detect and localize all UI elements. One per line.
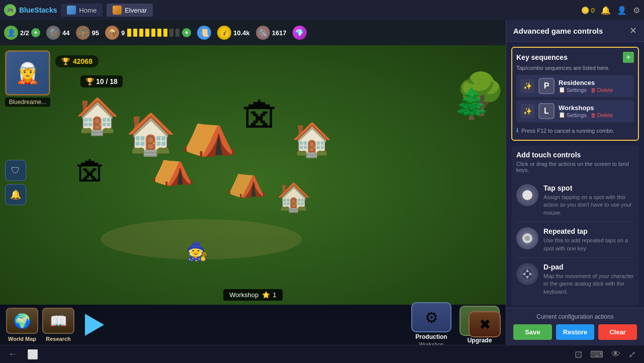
building-8[interactable]: ⛺ [226,161,267,199]
tab-home[interactable]: Home [61,4,103,17]
dpad-desc: Map the movement of your character or th… [543,273,634,296]
building-1[interactable]: 🏠 [75,96,119,137]
home-nav-icon[interactable]: ⬜ [27,349,38,360]
production-button[interactable]: ⚙ Production Workshop [411,302,451,345]
tab-elvenar[interactable]: Elvenar [107,4,153,17]
sequence-item-workshops[interactable]: ✨ L Workshops 📋 Settings 🗑 [516,100,634,122]
player-avatar: 🧝 [5,50,50,96]
section-header: Key sequences + [516,52,634,63]
f12-notice: ℹ Press F12 to cancel a running combo. [516,125,634,136]
elvenar-tab-icon [113,6,122,15]
trophy-icon: 🏆 [61,57,70,65]
building-5[interactable]: 🏠 [292,121,332,159]
harp-icon: 🎵 [76,26,90,40]
screenshot-icon[interactable]: ⊡ [575,349,582,360]
right-panel-title: Advanced game controls [513,27,603,35]
cancel-button[interactable]: ✖ [469,311,501,337]
bar-1 [127,29,131,37]
seq-workshops-settings[interactable]: 📋 Settings [559,112,587,118]
repeated-tap-icon [516,227,538,249]
settings-icon-small: 📋 [559,86,566,93]
play-button[interactable] [78,312,111,338]
tap-spot-desc: Assign tapping on a spot with this actio… [543,194,634,217]
scrolls-icon: 📜 [197,26,211,40]
production-icon: ⚙ [411,302,451,332]
building-6[interactable]: ⛺ [151,146,195,187]
tree-right2: 🌲 [453,85,491,121]
back-icon[interactable]: ← [8,349,17,359]
production-label: Production [415,333,447,340]
info-icon: ℹ [516,127,518,134]
add-sequence-button[interactable]: + [623,52,634,63]
add-population-button[interactable]: + [31,28,40,37]
svg-point-8 [526,273,529,276]
seq-residences-settings[interactable]: 📋 Settings [559,86,587,93]
restore-button[interactable]: Restore [556,324,595,340]
account-icon[interactable]: 👤 [617,6,627,15]
building-7[interactable]: 🏚 [75,156,106,191]
seq-residences-delete[interactable]: 🗑 Delete [591,86,613,93]
research-button[interactable]: 📖 Research [42,308,74,342]
side-btn-1[interactable]: 🛡 [5,160,26,181]
harp-resource: 🎵 95 [76,26,99,40]
game-scene[interactable]: 🌳 🌲 🧝 Bluedreame... 🏆 42068 🏆 10 / 18 [0,45,506,320]
key-sequences-section: Key sequences + Tap/combo sequences are … [511,47,639,141]
fullscreen-icon[interactable]: ⤢ [628,349,636,360]
scrolls-resource: 📜 [197,26,211,40]
research-icon: 📖 [42,308,74,334]
nav-bar: ← ⬜ ⊡ ⌨ 👁 ⤢ [0,345,644,363]
side-btn-2[interactable]: 🔔 [5,184,26,205]
dpad-name: D-pad [543,263,634,271]
key-sequences-title: Key sequences [516,53,568,61]
coin-display: 🪙 0 [581,7,595,14]
supplies-value: 9 [121,29,125,37]
close-panel-button[interactable]: ✕ [629,25,637,36]
clear-button[interactable]: Clear [598,324,637,340]
workshop-stars: ⭐ [262,291,270,299]
repeated-tap-item[interactable]: Repeated tap Use this to add repeated ta… [516,222,634,258]
diamonds-resource: 💎 [293,26,307,40]
score-value: 42068 [73,57,93,65]
notification-icon[interactable]: 🔔 [601,6,611,15]
seq-workshops-actions: 📋 Settings 🗑 Delete [559,112,630,118]
keyboard-icon[interactable]: ⌨ [590,349,603,360]
tools-resource: 🔨 44 [46,26,69,40]
footer-buttons: Save Restore Clear [513,324,637,340]
coin-value: 0 [591,7,595,14]
tap-spot-item[interactable]: Tap spot Assign tapping on a spot with t… [516,179,634,222]
seq-workshops-delete[interactable]: 🗑 Delete [591,112,613,118]
add-supplies-button[interactable]: + [182,28,191,37]
tools-icon: 🔨 [46,26,60,40]
workshop-sublabel: Workshop [419,341,443,345]
seq-workshops-icon: ✨ [520,104,534,118]
gold-value: 10.4k [233,29,250,37]
svg-point-2 [525,236,530,241]
building-4[interactable]: 🏚 [241,96,279,139]
bar-3 [139,29,143,37]
main-content: 👤 2/2 + 🔨 44 🎵 95 📦 9 [0,20,644,345]
world-map-label: World Map [8,336,36,342]
tap-spot-name: Tap spot [543,184,634,192]
bar-6 [157,29,161,37]
game-bottom-bar: 🌍 World Map 📖 Research ⚙ Production [0,305,506,345]
population-value: 2/2 [20,29,29,37]
camera-icon[interactable]: 👁 [611,349,620,360]
bluestacks-name: BlueStacks [19,6,57,14]
gold-icon: 💰 [217,26,231,40]
save-button[interactable]: Save [513,324,552,340]
diamonds-icon: 💎 [293,26,307,40]
nav-right: ⊡ ⌨ 👁 ⤢ [575,349,636,360]
seq-residences-key: P [538,78,555,94]
bluestacks-icon: 🎮 [4,4,16,16]
tab-elvenar-label: Elvenar [125,7,147,14]
workshop-text: Workshop [229,291,258,299]
collection-value: 10 / 18 [96,77,118,85]
settings-icon[interactable]: ⚙ [633,6,640,15]
footer-title: Current configuration actions [513,313,637,320]
score-display: 🏆 42068 [55,55,99,67]
repeated-tap-info: Repeated tap Use this to add repeated ta… [543,227,634,252]
dpad-item[interactable]: D-pad Map the movement of your character… [516,258,634,301]
sequence-item-residences[interactable]: ✨ P Residences 📋 Settings 🗑 [516,75,634,97]
building-9[interactable]: 🏠 [277,181,311,214]
world-map-button[interactable]: 🌍 World Map [6,308,38,342]
